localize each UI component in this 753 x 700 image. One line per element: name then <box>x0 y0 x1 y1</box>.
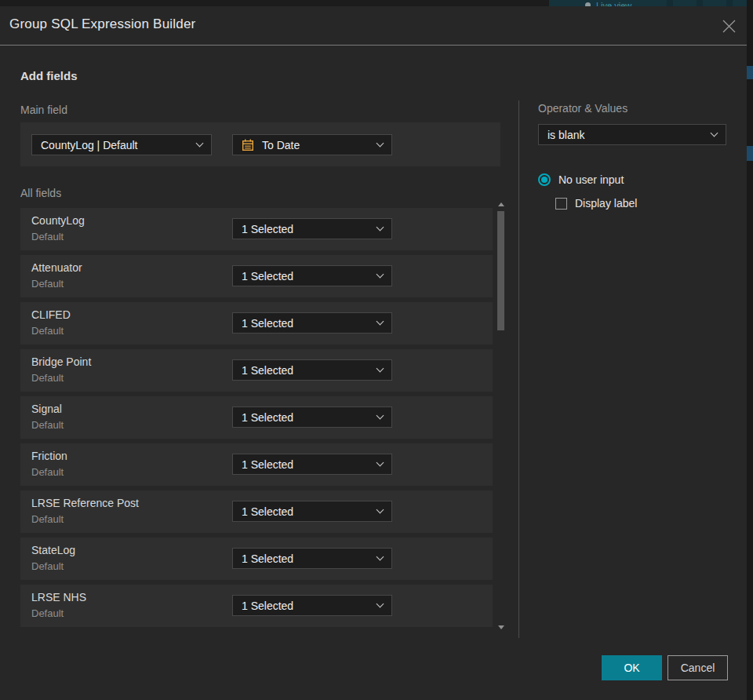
toolbar-divider <box>697 0 703 6</box>
field-selected-dropdown-label: 1 Selected <box>242 458 377 471</box>
dialog-title-bar: Group SQL Expression Builder <box>0 6 747 45</box>
chevron-down-icon <box>376 412 384 420</box>
field-name: Friction <box>31 450 67 462</box>
main-field-dropdown-value: CountyLog | Default <box>41 139 197 151</box>
field-name: CLIFED <box>31 308 71 321</box>
field-sublabel: Default <box>31 560 64 572</box>
field-sublabel: Default <box>31 372 64 384</box>
field-selected-dropdown[interactable]: 1 Selected <box>232 501 392 522</box>
field-sublabel: Default <box>31 278 64 290</box>
field-row: Signal Default 1 Selected <box>20 396 493 439</box>
add-fields-heading: Add fields <box>20 69 78 82</box>
field-selected-dropdown-label: 1 Selected <box>242 505 377 518</box>
column-divider <box>518 100 519 638</box>
chevron-down-icon <box>376 506 384 514</box>
chevron-down-icon <box>376 271 384 279</box>
field-name: Attenuator <box>31 261 82 274</box>
chevron-down-icon <box>376 553 384 561</box>
cancel-button[interactable]: Cancel <box>668 655 728 680</box>
field-row: LRSE Reference Post Default 1 Selected <box>20 490 493 533</box>
chevron-down-icon <box>376 600 384 608</box>
field-selected-dropdown[interactable]: 1 Selected <box>232 407 392 428</box>
field-selected-dropdown-label: 1 Selected <box>242 270 377 283</box>
no-user-input-radio[interactable] <box>538 173 551 186</box>
field-name: CountyLog <box>31 214 85 227</box>
field-selected-dropdown[interactable]: 1 Selected <box>232 312 392 334</box>
field-selected-dropdown-label: 1 Selected <box>242 317 377 330</box>
field-selected-dropdown-label: 1 Selected <box>242 223 377 235</box>
field-name: StateLog <box>31 544 75 556</box>
no-user-input-label: No user input <box>558 173 624 186</box>
field-row: Bridge Point Default 1 Selected <box>20 349 493 392</box>
group-sql-expression-builder-dialog: Group SQL Expression Builder Add fields … <box>0 6 747 700</box>
scrollbar-thumb[interactable] <box>497 211 504 330</box>
chevron-down-icon <box>376 365 384 373</box>
close-icon <box>722 19 737 34</box>
all-fields-list: CountyLog Default 1 Selected Attenuator … <box>20 208 493 632</box>
all-fields-label: All fields <box>20 187 61 199</box>
chevron-down-icon <box>711 129 718 137</box>
chevron-down-icon <box>376 140 384 148</box>
field-sublabel: Default <box>31 231 64 242</box>
chevron-down-icon <box>196 140 204 148</box>
operator-values-label: Operator & Values <box>538 102 628 115</box>
fields-scrollbar <box>495 200 507 630</box>
operator-dropdown-value: is blank <box>547 129 711 141</box>
field-sublabel: Default <box>31 325 64 337</box>
background-panel-fragment <box>747 146 753 161</box>
display-label-label: Display label <box>575 197 637 210</box>
date-type-dropdown[interactable]: To Date <box>232 134 392 155</box>
field-selected-dropdown[interactable]: 1 Selected <box>232 548 392 569</box>
no-user-input-option: No user input <box>538 173 624 186</box>
toolbar-divider <box>667 0 673 6</box>
background-panel-fragment <box>747 66 753 79</box>
field-selected-dropdown[interactable]: 1 Selected <box>232 454 392 475</box>
calendar-icon <box>242 139 254 151</box>
field-selected-dropdown[interactable]: 1 Selected <box>232 595 392 616</box>
chevron-down-icon <box>376 459 384 467</box>
chevron-down-icon <box>376 224 384 232</box>
ok-button[interactable]: OK <box>602 655 662 680</box>
toolbar-divider <box>726 0 733 6</box>
scrollbar-down-arrow[interactable] <box>498 625 504 629</box>
field-row: CLIFED Default 1 Selected <box>20 302 493 345</box>
field-sublabel: Default <box>31 466 64 478</box>
title-separator <box>0 45 747 46</box>
field-sublabel: Default <box>31 513 64 525</box>
field-selected-dropdown-label: 1 Selected <box>242 364 377 377</box>
live-view-toolbar: Live view <box>549 0 753 6</box>
field-row: StateLog Default 1 Selected <box>20 538 493 580</box>
field-row: LRSE NHS Default 1 Selected <box>20 585 493 627</box>
main-field-panel: CountyLog | Default To Date <box>20 122 500 166</box>
field-selected-dropdown[interactable]: 1 Selected <box>232 359 392 381</box>
live-view-label: Live view <box>596 1 631 6</box>
display-label-option: Display label <box>555 197 637 210</box>
main-field-dropdown[interactable]: CountyLog | Default <box>31 134 212 155</box>
field-name: LRSE NHS <box>31 591 86 603</box>
field-row: Friction Default 1 Selected <box>20 443 493 486</box>
display-label-checkbox[interactable] <box>555 198 567 210</box>
background-app-top-strip: Live view <box>0 0 753 6</box>
field-selected-dropdown[interactable]: 1 Selected <box>232 265 392 286</box>
scrollbar-up-arrow[interactable] <box>498 202 504 206</box>
field-selected-dropdown-label: 1 Selected <box>242 600 377 612</box>
field-row: CountyLog Default 1 Selected <box>20 208 493 250</box>
background-app-right-strip <box>747 0 753 700</box>
field-name: Signal <box>31 403 62 415</box>
field-selected-dropdown-label: 1 Selected <box>242 411 377 424</box>
dialog-title: Group SQL Expression Builder <box>9 16 195 32</box>
field-name: LRSE Reference Post <box>31 497 139 509</box>
screen: Live view Group SQL Expression Builder A… <box>0 0 753 700</box>
field-name: Bridge Point <box>31 355 91 368</box>
field-sublabel: Default <box>31 607 64 619</box>
field-sublabel: Default <box>31 419 64 431</box>
operator-dropdown[interactable]: is blank <box>538 124 726 145</box>
chevron-down-icon <box>376 318 384 326</box>
date-type-dropdown-value: To Date <box>262 139 377 151</box>
field-selected-dropdown[interactable]: 1 Selected <box>232 218 392 239</box>
close-button[interactable] <box>716 14 741 38</box>
main-field-label: Main field <box>20 104 67 116</box>
field-selected-dropdown-label: 1 Selected <box>242 552 377 565</box>
field-row: Attenuator Default 1 Selected <box>20 255 493 297</box>
